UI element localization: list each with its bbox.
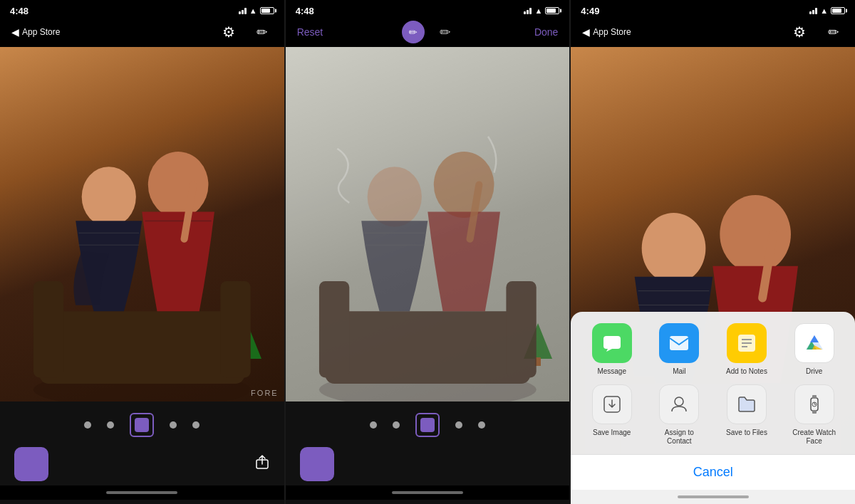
panel-2: 4:48 ▲ Reset ✎ ✎ Done — [284, 0, 570, 504]
dot-2-3-active[interactable] — [415, 413, 440, 437]
dot-1-5[interactable] — [192, 421, 200, 429]
gear-button-1[interactable]: ⚙ — [219, 22, 239, 42]
svg-rect-23 — [670, 336, 688, 350]
status-bar-1: 4:48 ▲ — [0, 0, 284, 19]
svg-point-20 — [720, 195, 792, 273]
people-svg-2 — [286, 100, 570, 401]
bottom-toolbar-2 — [286, 401, 570, 504]
action-row-1 — [0, 441, 284, 485]
status-bar-2: 4:48 ▲ — [286, 0, 570, 19]
notes-label: Add to Notes — [726, 367, 767, 376]
svg-point-19 — [642, 213, 706, 284]
svg-rect-32 — [812, 410, 817, 414]
nav-bar-3: ◀ App Store ⚙ ✎ — [571, 19, 855, 47]
time-2: 4:48 — [296, 6, 314, 16]
brush-icon-2: ✎ — [436, 23, 455, 41]
nav-bar-2: Reset ✎ ✎ Done — [286, 19, 570, 47]
save-image-icon — [592, 384, 632, 424]
dot-1-2[interactable] — [107, 421, 114, 429]
svg-rect-11 — [506, 281, 536, 377]
gear-button-3[interactable]: ⚙ — [789, 22, 809, 42]
panel-3: 4:49 ▲ ◀ App Store ⚙ ✎ — [569, 0, 855, 504]
color-swatch-2[interactable] — [300, 447, 334, 481]
back-label-3: App Store — [593, 27, 631, 37]
contact-icon — [659, 384, 699, 424]
status-icons-2: ▲ — [524, 6, 559, 15]
brush-icon-1: ✎ — [254, 23, 272, 41]
home-bar-3 — [678, 495, 749, 498]
share-save-image[interactable]: Save Image — [588, 384, 636, 446]
gear-icon-3: ⚙ — [793, 23, 806, 41]
share-message[interactable]: Message — [588, 323, 636, 376]
gear-icon-1: ⚙ — [222, 23, 235, 41]
bottom-toolbar-1 — [0, 401, 284, 504]
dot-2-2[interactable] — [393, 421, 400, 429]
signal-icon-3 — [809, 8, 817, 14]
time-1: 4:48 — [10, 6, 28, 16]
share-assign-contact[interactable]: Assign to Contact — [655, 384, 703, 446]
chevron-icon-1: ◀ — [11, 26, 19, 38]
dots-row-2 — [286, 409, 570, 441]
share-save-files[interactable]: Save to Files — [722, 384, 771, 446]
nav-center-2: ✎ ✎ — [402, 21, 456, 43]
action-row-2 — [286, 441, 570, 485]
status-icons-1: ▲ — [239, 6, 274, 15]
signal-icon-1 — [239, 8, 247, 14]
svg-point-13 — [433, 152, 494, 218]
brush-button-1[interactable]: ✎ — [253, 22, 273, 42]
signal-icon-2 — [524, 8, 532, 14]
message-icon — [592, 323, 632, 363]
svg-rect-3 — [220, 281, 250, 377]
fore-label-1: FORE — [251, 389, 279, 397]
dot-1-1[interactable] — [84, 421, 91, 429]
share-watch-face[interactable]: Create Watch Face — [790, 384, 839, 446]
save-files-label: Save to Files — [726, 429, 767, 437]
wifi-icon-2: ▲ — [534, 6, 542, 15]
brush-button-2[interactable]: ✎ — [436, 22, 456, 42]
photo-area-1: FORE — [0, 47, 284, 401]
dot-2-4[interactable] — [455, 421, 462, 429]
files-icon — [727, 384, 767, 424]
cancel-button[interactable]: Cancel — [693, 465, 733, 479]
status-icons-3: ▲ — [809, 6, 845, 15]
share-button-1[interactable] — [254, 454, 270, 474]
svg-rect-1 — [39, 311, 244, 384]
share-sheet-3: Message Mail — [571, 312, 855, 490]
dot-1-3-active[interactable] — [130, 413, 154, 437]
dot-1-4[interactable] — [170, 421, 177, 429]
share-drive[interactable]: Drive — [790, 323, 839, 376]
share-row-1: Message Mail — [578, 323, 848, 376]
people-svg-1 — [0, 100, 284, 401]
save-image-label: Save Image — [593, 429, 631, 437]
dot-2-5[interactable] — [478, 421, 485, 429]
home-indicator-2 — [286, 485, 570, 500]
photo-area-2[interactable] — [286, 47, 570, 401]
battery-icon-2 — [545, 7, 559, 14]
status-bar-3: 4:49 ▲ — [571, 0, 855, 19]
share-notes[interactable]: Add to Notes — [722, 323, 771, 376]
message-label: Message — [597, 367, 626, 376]
battery-icon-3 — [831, 7, 845, 14]
wifi-icon-1: ▲ — [249, 6, 257, 15]
home-bar-2 — [392, 491, 463, 494]
back-button-1[interactable]: ◀ App Store — [11, 26, 60, 38]
home-indicator-1 — [0, 485, 284, 500]
svg-rect-9 — [325, 311, 530, 384]
panel-1: 4:48 ▲ ◀ App Store ⚙ ✎ — [0, 0, 284, 504]
done-button-2[interactable]: Done — [534, 26, 558, 38]
brush-button-3[interactable]: ✎ — [824, 22, 844, 42]
svg-rect-10 — [319, 281, 349, 377]
brush-icon-active-2: ✎ — [406, 25, 420, 39]
color-swatch-1[interactable] — [14, 447, 48, 481]
notes-icon — [727, 323, 767, 363]
dot-2-1[interactable] — [370, 421, 377, 429]
svg-point-29 — [675, 397, 683, 406]
brush-circle-active-2[interactable]: ✎ — [402, 21, 425, 43]
reset-button-2[interactable]: Reset — [297, 26, 323, 38]
photo-area-3: Message Mail — [571, 47, 855, 490]
mail-icon — [659, 323, 699, 363]
share-mail[interactable]: Mail — [655, 323, 703, 376]
wifi-icon-3: ▲ — [820, 6, 828, 15]
chevron-icon-3: ◀ — [582, 26, 590, 38]
back-button-3[interactable]: ◀ App Store — [582, 26, 631, 38]
